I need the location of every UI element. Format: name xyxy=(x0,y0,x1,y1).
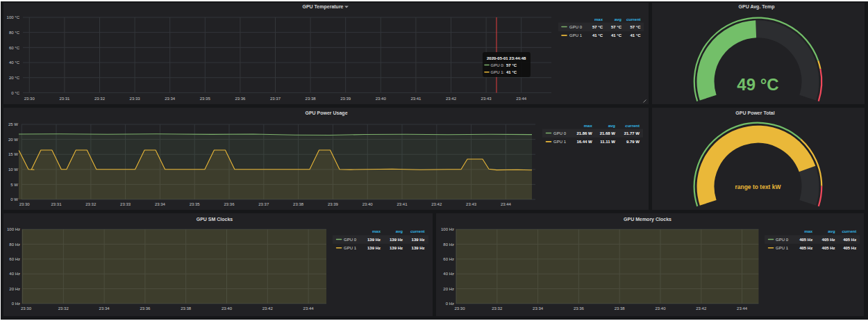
svg-text:23:38: 23:38 xyxy=(181,306,192,311)
svg-text:23:37: 23:37 xyxy=(258,202,269,206)
svg-text:GPU 1: GPU 1 xyxy=(569,33,583,38)
svg-text:11.11 W: 11.11 W xyxy=(600,140,615,144)
svg-text:23:39: 23:39 xyxy=(340,97,351,101)
svg-text:57 °C: 57 °C xyxy=(611,25,622,29)
svg-text:0 °C: 0 °C xyxy=(11,91,19,95)
svg-text:0 Hz: 0 Hz xyxy=(12,302,20,306)
svg-text:23:36: 23:36 xyxy=(224,202,235,206)
svg-text:avg: avg xyxy=(828,229,835,233)
svg-text:80 °C: 80 °C xyxy=(9,31,20,35)
svg-text:41 °C: 41 °C xyxy=(611,33,622,38)
svg-text:GPU Power Total: GPU Power Total xyxy=(735,110,774,115)
svg-text:25 W: 25 W xyxy=(8,122,18,126)
svg-text:23:33: 23:33 xyxy=(120,202,131,206)
svg-text:21.68 W: 21.68 W xyxy=(600,131,616,135)
svg-text:max: max xyxy=(594,17,603,22)
svg-text:23:30: 23:30 xyxy=(454,306,465,311)
svg-text:60 Hz: 60 Hz xyxy=(443,257,454,261)
svg-text:405 Hz: 405 Hz xyxy=(843,246,856,250)
svg-text:23:39: 23:39 xyxy=(328,202,339,206)
svg-text:avg: avg xyxy=(396,229,403,233)
svg-text:23:41: 23:41 xyxy=(410,97,422,101)
svg-text:avg: avg xyxy=(608,124,616,128)
svg-text:avg: avg xyxy=(615,17,622,22)
svg-text:23:34: 23:34 xyxy=(155,202,166,206)
svg-text:23:34: 23:34 xyxy=(165,97,176,101)
svg-text:23:33: 23:33 xyxy=(130,97,141,101)
svg-text:23:40: 23:40 xyxy=(222,306,233,311)
svg-text:GPU Memory Clocks: GPU Memory Clocks xyxy=(624,217,671,222)
svg-text:23:32: 23:32 xyxy=(492,306,503,311)
svg-text:23:40: 23:40 xyxy=(376,97,387,101)
svg-text:GPU 1: GPU 1 xyxy=(776,246,789,250)
svg-text:10 W: 10 W xyxy=(8,167,18,172)
svg-text:2020-05-01 23:44:48: 2020-05-01 23:44:48 xyxy=(487,56,526,60)
svg-text:405 Hz: 405 Hz xyxy=(799,238,812,242)
svg-text:23:42: 23:42 xyxy=(262,306,274,311)
svg-text:60 Hz: 60 Hz xyxy=(9,257,20,261)
svg-text:range to text kW: range to text kW xyxy=(735,183,781,190)
svg-text:21.77 W: 21.77 W xyxy=(624,131,640,135)
svg-text:100 Hz: 100 Hz xyxy=(441,227,454,231)
svg-text:23:30: 23:30 xyxy=(19,202,31,206)
svg-text:21.86 W: 21.86 W xyxy=(576,131,592,135)
svg-text:0 Hz: 0 Hz xyxy=(446,302,454,306)
svg-text:57 °C: 57 °C xyxy=(592,25,603,29)
svg-text:139 Hz: 139 Hz xyxy=(390,238,403,242)
svg-text:23:31: 23:31 xyxy=(51,202,62,206)
svg-text:80 Hz: 80 Hz xyxy=(9,242,20,247)
svg-text:23:36: 23:36 xyxy=(574,306,585,311)
svg-text:23:38: 23:38 xyxy=(306,97,317,101)
svg-text:GPU 0:: GPU 0: xyxy=(491,63,505,67)
svg-text:405 Hz: 405 Hz xyxy=(822,238,835,242)
svg-text:57 °C: 57 °C xyxy=(631,25,642,29)
svg-text:23:35: 23:35 xyxy=(190,202,201,206)
svg-text:139 Hz: 139 Hz xyxy=(412,238,425,242)
svg-text:405 Hz: 405 Hz xyxy=(822,246,835,250)
svg-text:139 Hz: 139 Hz xyxy=(390,246,403,250)
svg-text:139 Hz: 139 Hz xyxy=(367,246,381,250)
svg-text:100 Hz: 100 Hz xyxy=(7,227,20,231)
svg-text:139 Hz: 139 Hz xyxy=(367,238,381,242)
svg-text:60 °C: 60 °C xyxy=(9,46,20,50)
svg-text:GPU 0: GPU 0 xyxy=(553,131,567,135)
svg-text:GPU Temperature: GPU Temperature xyxy=(303,4,344,10)
svg-text:23:42: 23:42 xyxy=(696,306,707,311)
svg-text:current: current xyxy=(842,229,857,233)
svg-text:40 Hz: 40 Hz xyxy=(9,272,20,276)
svg-text:current: current xyxy=(625,124,640,128)
svg-text:GPU 1: GPU 1 xyxy=(344,246,357,250)
svg-text:23:40: 23:40 xyxy=(362,202,374,206)
svg-text:GPU SM Clocks: GPU SM Clocks xyxy=(197,217,233,222)
svg-text:GPU 0: GPU 0 xyxy=(344,238,357,242)
svg-text:23:44: 23:44 xyxy=(516,97,527,101)
svg-text:16.44 W: 16.44 W xyxy=(576,140,592,144)
svg-text:GPU Avg. Temp: GPU Avg. Temp xyxy=(739,4,775,10)
svg-text:20 Hz: 20 Hz xyxy=(9,287,20,291)
svg-text:20 Hz: 20 Hz xyxy=(443,287,454,291)
svg-text:23:42: 23:42 xyxy=(446,97,457,101)
svg-text:41 °C: 41 °C xyxy=(506,70,517,74)
svg-text:41 °C: 41 °C xyxy=(592,33,603,38)
svg-text:GPU 0: GPU 0 xyxy=(569,25,583,29)
svg-text:5 W: 5 W xyxy=(10,183,18,187)
svg-text:23:44: 23:44 xyxy=(303,306,315,311)
svg-text:23:40: 23:40 xyxy=(655,306,666,311)
svg-text:23:34: 23:34 xyxy=(99,306,110,311)
svg-text:15 W: 15 W xyxy=(8,152,18,156)
svg-text:405 Hz: 405 Hz xyxy=(799,246,812,250)
svg-text:23:36: 23:36 xyxy=(140,306,151,311)
svg-text:23:35: 23:35 xyxy=(200,97,211,101)
svg-text:23:37: 23:37 xyxy=(270,97,281,101)
svg-text:23:31: 23:31 xyxy=(59,97,70,101)
svg-text:9.79 W: 9.79 W xyxy=(626,140,640,144)
svg-text:405 Hz: 405 Hz xyxy=(843,238,856,242)
svg-text:23:34: 23:34 xyxy=(533,306,544,311)
svg-text:23:43: 23:43 xyxy=(481,97,492,101)
svg-text:GPU 1:: GPU 1: xyxy=(491,70,505,74)
svg-text:23:32: 23:32 xyxy=(85,202,97,206)
svg-text:20 °C: 20 °C xyxy=(9,76,20,80)
svg-text:23:38: 23:38 xyxy=(615,306,626,311)
svg-text:23:30: 23:30 xyxy=(21,306,32,311)
svg-text:139 Hz: 139 Hz xyxy=(412,246,425,250)
